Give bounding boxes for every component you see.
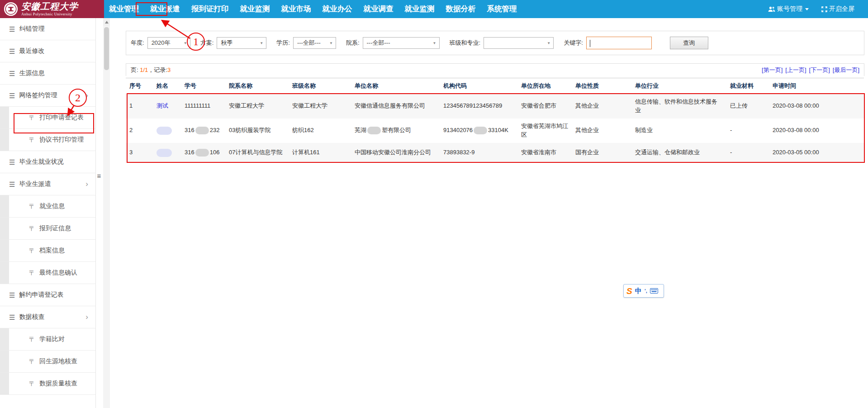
sogou-icon[interactable]: S (626, 287, 632, 295)
sidebar-item-label: 纠错管理 (19, 25, 44, 33)
cell-industry: 信息传输、软件和信息技术服务业 (631, 94, 726, 119)
plan-select[interactable]: 秋季▼ (217, 37, 266, 49)
sidebar-item[interactable]: ☰最近修改 (0, 40, 95, 62)
sidebar-subitem[interactable]: 〒最终信息确认 (0, 262, 95, 284)
sidebar-subitem[interactable]: 〒回生源地核查 (0, 351, 95, 373)
scrollbar-thumb[interactable] (104, 27, 109, 70)
ime-toolbar[interactable]: S 中 ’, (623, 284, 664, 298)
nav-item[interactable]: 报到证打印 (189, 3, 231, 15)
sidebar: ☰纠错管理☰最近修改☰生源信息☰网络签约管理›〒打印申请登记表〒协议书打印管理☰… (0, 18, 96, 408)
cell-cls: 纺织162 (289, 119, 351, 143)
signpost-icon: 〒 (29, 358, 35, 365)
page-link-1[interactable]: [上一页] (785, 66, 806, 73)
ime-punctuation-icon[interactable]: ’, (645, 288, 647, 294)
sidebar-item-label: 网络签约管理 (19, 91, 57, 100)
redacted-blob (474, 127, 487, 134)
cell-time: 2020-03-05 00:00 (769, 143, 864, 163)
sidebar-subitem[interactable]: 〒数据质量核查 (0, 373, 95, 395)
sidebar-item-label: 解约申请登记表 (19, 291, 63, 299)
sidebar-item-label: 打印申请登记表 (39, 114, 84, 122)
keyboard-icon[interactable] (650, 288, 658, 294)
sidebar-item[interactable]: ☰生源信息 (0, 62, 95, 85)
signpost-icon: 〒 (29, 137, 35, 143)
nav-item[interactable]: 就业办公 (320, 3, 355, 15)
sidebar-subitem[interactable]: 〒打印申请登记表 (0, 107, 95, 129)
records-table-wrap: 序号姓名学号院系名称班级名称单位名称机构代码单位所在地单位性质单位行业就业材料申… (126, 78, 864, 163)
dropdown-arrow-icon: ▼ (547, 41, 550, 45)
dropdown-arrow-icon: ▼ (260, 41, 263, 45)
redacted-blob (195, 149, 209, 157)
column-header: 姓名 (153, 78, 181, 94)
signpost-icon: 〒 (29, 203, 35, 209)
sidebar-subitem[interactable]: 〒学籍比对 (0, 328, 95, 351)
cell-student_id: 111111111 (181, 94, 225, 119)
chevron-right-icon[interactable]: › (85, 180, 88, 189)
page-link-3[interactable]: [最后一页] (833, 66, 859, 73)
student-name-link[interactable] (157, 149, 172, 156)
department-select[interactable]: ---全部---▼ (363, 37, 440, 49)
pagination-links: [第一页][上一页][下一页][最后一页] (759, 66, 859, 74)
ime-mode-label[interactable]: 中 (635, 287, 642, 295)
sidebar-item[interactable]: ☰数据核查› (0, 306, 95, 328)
content-scrollbar[interactable] (103, 18, 110, 408)
list-icon: ☰ (9, 159, 15, 166)
chevron-right-icon[interactable]: › (85, 313, 88, 322)
sidebar-item-label: 报到证信息 (39, 224, 71, 232)
cell-dept: 安徽工程大学 (225, 94, 289, 119)
nav-item[interactable]: 就业派遣 (148, 3, 182, 15)
redacted-blob (157, 149, 172, 157)
nav-item[interactable]: 系统管理 (485, 3, 519, 15)
sidebar-subitem[interactable]: 〒档案信息 (0, 240, 95, 262)
table-header-row: 序号姓名学号院系名称班级名称单位名称机构代码单位所在地单位性质单位行业就业材料申… (126, 78, 864, 94)
cell-industry: 交通运输、仓储和邮政业 (631, 143, 726, 163)
keyword-input[interactable] (586, 37, 652, 49)
account-menu[interactable]: 账号管理 (768, 5, 809, 13)
nav-item[interactable]: 就业管理 (107, 3, 141, 15)
column-header: 学号 (181, 78, 225, 94)
sidebar-subitem[interactable]: 〒就业信息 (0, 195, 95, 218)
signpost-icon: 〒 (29, 380, 35, 387)
column-header: 序号 (126, 78, 153, 94)
class-major-label: 班级和专业: (450, 39, 481, 47)
degree-select[interactable]: ---全部---▼ (293, 37, 336, 49)
class-major-select[interactable]: ▼ (484, 37, 554, 49)
sidebar-item-label: 数据质量核查 (39, 380, 77, 388)
student-name-link[interactable] (157, 127, 172, 133)
page-link-2[interactable]: [下一页] (809, 66, 830, 73)
table-row: 331610607计算机与信息学院计算机161中国移动安徽公司淮南分公司7389… (126, 143, 864, 163)
fullscreen-label: 开启全屏 (829, 5, 854, 13)
fullscreen-button[interactable]: 开启全屏 (821, 5, 854, 13)
fullscreen-icon (821, 6, 827, 12)
nav-item[interactable]: 数据分析 (444, 3, 478, 15)
nav-item[interactable]: 就业市场 (279, 3, 313, 15)
sidebar-subitem[interactable]: 〒协议书打印管理 (0, 129, 95, 151)
chevron-right-icon[interactable]: › (85, 91, 88, 100)
text-cursor (590, 40, 590, 47)
year-select[interactable]: 2020年▼ (147, 37, 190, 49)
top-nav: 就业管理就业派遣报到证打印就业监测就业市场就业办公就业调查就业监测数据分析系统管… (107, 0, 526, 18)
scroll-up-button[interactable] (103, 18, 110, 26)
top-banner: 安徽工程大学 Anhui Polytechnic University 就业管理… (0, 0, 868, 18)
page-link-0[interactable]: [第一页] (762, 66, 783, 73)
search-button[interactable]: 查询 (670, 37, 708, 49)
signpost-icon: 〒 (29, 247, 35, 254)
sidebar-item[interactable]: ☰纠错管理 (0, 18, 95, 40)
column-header: 单位行业 (631, 78, 726, 94)
nav-item[interactable]: 就业监测 (238, 3, 272, 15)
student-name-link[interactable]: 测试 (157, 102, 168, 109)
sidebar-item-label: 就业信息 (39, 202, 65, 210)
sidebar-item[interactable]: ☰毕业生就业状况 (0, 151, 95, 173)
plan-label: 方案: (200, 39, 214, 47)
nav-item[interactable]: 就业调查 (361, 3, 396, 15)
sidebar-subitem[interactable]: 〒报到证信息 (0, 218, 95, 240)
sidebar-item[interactable]: ☰网络签约管理› (0, 85, 95, 107)
sidebar-collapse-handle[interactable]: ≡ (95, 171, 103, 181)
list-icon: ☰ (9, 48, 15, 55)
cell-material: - (726, 143, 769, 163)
sidebar-item[interactable]: ☰毕业生派遣› (0, 173, 95, 195)
cell-student_id: 316232 (181, 119, 225, 143)
sidebar-item[interactable]: ☰解约申请登记表 (0, 284, 95, 306)
sidebar-item-label: 最近修改 (19, 47, 44, 55)
nav-item[interactable]: 就业监测 (403, 3, 437, 15)
dropdown-arrow-icon: ▼ (329, 41, 333, 45)
